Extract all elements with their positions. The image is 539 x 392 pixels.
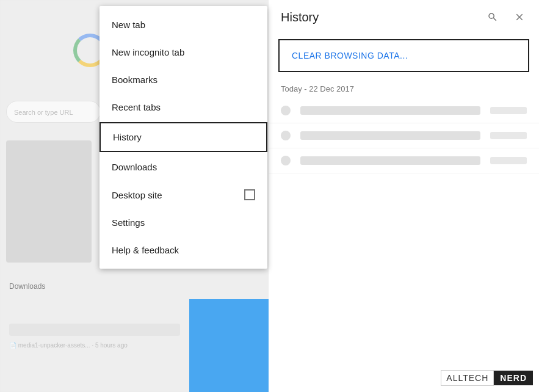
menu-item-bookmarks[interactable]: Bookmarks — [99, 66, 267, 93]
watermark: ALLTECH NERD — [441, 370, 533, 386]
menu-item-label-desktop-site: Desktop site — [112, 190, 162, 200]
content-searchbar: Search or type URL — [6, 101, 101, 123]
watermark-nerd: NERD — [494, 371, 533, 385]
history-item-time — [490, 157, 527, 164]
menu-item-label-bookmarks: Bookmarks — [112, 74, 157, 85]
content-downloads-label: Downloads — [9, 282, 45, 291]
history-header: History — [269, 0, 539, 34]
history-item-text — [300, 131, 480, 140]
menu-item-history[interactable]: History — [99, 122, 267, 152]
close-icon[interactable] — [512, 10, 527, 24]
history-header-icons — [485, 10, 527, 24]
menu-item-label-help-feedback: Help & feedback — [112, 245, 179, 255]
menu-item-settings[interactable]: Settings — [99, 209, 267, 236]
history-date-label: Today - 22 Dec 2017 — [269, 77, 539, 98]
favicon — [281, 131, 291, 140]
menu-item-downloads[interactable]: Downloads — [99, 153, 267, 181]
menu-item-new-tab[interactable]: New tab — [99, 11, 267, 38]
file-icon: 📄 — [9, 342, 16, 349]
menu-item-label-settings: Settings — [112, 217, 145, 228]
menu-item-label-recent-tabs: Recent tabs — [112, 102, 161, 112]
menu-item-label-new-incognito-tab: New incognito tab — [112, 47, 184, 57]
content-thumbnail — [6, 140, 92, 263]
checkbox-icon-desktop-site[interactable] — [244, 189, 255, 200]
favicon — [281, 106, 291, 115]
menu-item-label-new-tab: New tab — [112, 20, 145, 30]
history-item-row[interactable] — [269, 123, 539, 148]
watermark-alltech: ALLTECH — [441, 370, 494, 386]
history-content — [269, 98, 539, 392]
menu-item-help-feedback[interactable]: Help & feedback — [99, 236, 267, 264]
history-item-row[interactable] — [269, 98, 539, 123]
search-placeholder-text: Search or type URL — [7, 109, 73, 116]
history-item-row[interactable] — [269, 148, 539, 173]
clear-browsing-data-container[interactable]: CLEAR BROWSING DATA... — [278, 39, 529, 72]
search-icon[interactable] — [485, 10, 500, 24]
menu-item-label-downloads: Downloads — [112, 162, 157, 172]
history-item-text — [300, 106, 480, 115]
menu-item-label-history: History — [113, 132, 142, 142]
history-item-time — [490, 107, 527, 114]
menu-item-new-incognito-tab[interactable]: New incognito tab — [99, 38, 267, 66]
menu-item-recent-tabs[interactable]: Recent tabs — [99, 93, 267, 121]
content-thumbnail2 — [189, 299, 269, 392]
history-item-text — [300, 156, 480, 165]
favicon — [281, 156, 291, 165]
content-file-info: 📄 media1-unpacker-assets... · 5 hours ag… — [9, 342, 128, 349]
clear-browsing-data-button[interactable]: CLEAR BROWSING DATA... — [292, 51, 408, 60]
dropdown-menu: New tabNew incognito tabBookmarksRecent … — [99, 6, 267, 269]
history-panel-title: History — [281, 10, 319, 24]
menu-item-desktop-site[interactable]: Desktop site — [99, 181, 267, 209]
history-item-time — [490, 132, 527, 139]
history-panel: History CLEAR BROWSING DATA... Today - 2… — [269, 0, 539, 392]
content-file-row — [9, 324, 180, 336]
